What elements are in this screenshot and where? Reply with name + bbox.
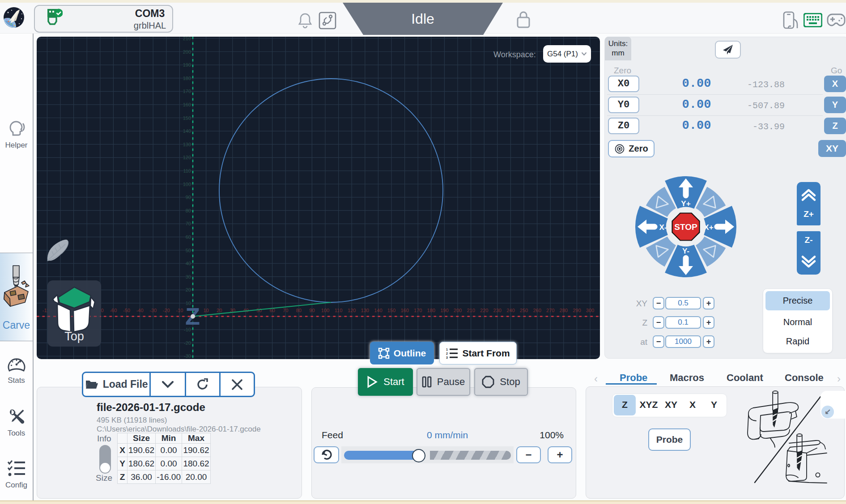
svg-text:-50: -50 [123, 308, 130, 313]
svg-text:2: 2 [446, 352, 448, 355]
svg-text:50: 50 [256, 308, 262, 313]
svg-text:290: 290 [573, 308, 581, 313]
svg-text:-30: -30 [149, 308, 157, 313]
svg-text:120: 120 [348, 308, 356, 313]
svg-text:300: 300 [586, 308, 594, 313]
svg-text:110: 110 [335, 308, 343, 313]
svg-text:50: 50 [186, 248, 191, 253]
svg-text:110: 110 [183, 168, 191, 174]
svg-text:-20: -20 [184, 340, 191, 346]
svg-text:170: 170 [414, 308, 422, 313]
svg-text:200: 200 [183, 49, 191, 55]
svg-text:1: 1 [446, 348, 448, 351]
svg-text:210: 210 [183, 37, 191, 41]
svg-text:80: 80 [186, 208, 191, 213]
svg-text:90: 90 [309, 308, 315, 313]
svg-text:160: 160 [183, 102, 191, 107]
svg-text:120: 120 [183, 155, 191, 160]
svg-text:60: 60 [186, 234, 191, 240]
svg-text:Y+: Y+ [681, 199, 690, 208]
svg-text:190: 190 [183, 62, 191, 68]
svg-text:90: 90 [186, 195, 191, 200]
svg-text:20: 20 [186, 287, 191, 292]
svg-text:Y-: Y- [682, 247, 689, 255]
svg-text:140: 140 [183, 128, 191, 134]
svg-text:40: 40 [186, 261, 191, 266]
svg-text:-30: -30 [184, 353, 191, 359]
svg-text:230: 230 [493, 308, 502, 313]
svg-text:130: 130 [361, 308, 369, 313]
svg-text:260: 260 [533, 308, 541, 313]
svg-text:270: 270 [546, 308, 554, 313]
svg-text:10: 10 [203, 308, 208, 313]
svg-text:70: 70 [283, 308, 288, 313]
svg-text:-40: -40 [136, 308, 144, 313]
svg-text:3: 3 [446, 356, 448, 359]
svg-text:150: 150 [183, 115, 191, 121]
svg-text:30: 30 [186, 274, 191, 280]
svg-text:170: 170 [183, 89, 191, 94]
svg-text:20: 20 [217, 308, 222, 313]
svg-text:-20: -20 [163, 308, 170, 313]
svg-text:250: 250 [520, 308, 528, 313]
svg-text:Z+: Z+ [803, 209, 814, 219]
svg-text:X-: X- [659, 223, 667, 232]
svg-text:150: 150 [387, 308, 395, 313]
svg-text:Z-: Z- [805, 235, 813, 245]
svg-text:-10: -10 [176, 308, 183, 313]
svg-text:100: 100 [321, 308, 329, 313]
svg-text:240: 240 [506, 308, 514, 313]
svg-text:160: 160 [400, 308, 408, 313]
svg-text:210: 210 [467, 308, 475, 313]
svg-text:190: 190 [440, 308, 448, 313]
svg-text:180: 180 [427, 308, 435, 313]
svg-text:180: 180 [183, 76, 191, 81]
svg-text:200: 200 [454, 308, 462, 313]
svg-text:220: 220 [480, 308, 488, 313]
svg-text:100: 100 [183, 182, 191, 187]
svg-text:140: 140 [374, 308, 382, 313]
svg-text:130: 130 [183, 142, 191, 147]
svg-text:-60: -60 [110, 308, 117, 313]
svg-text:80: 80 [296, 308, 302, 313]
svg-text:280: 280 [560, 308, 568, 313]
svg-text:70: 70 [186, 221, 191, 226]
svg-text:STOP: STOP [674, 222, 697, 232]
